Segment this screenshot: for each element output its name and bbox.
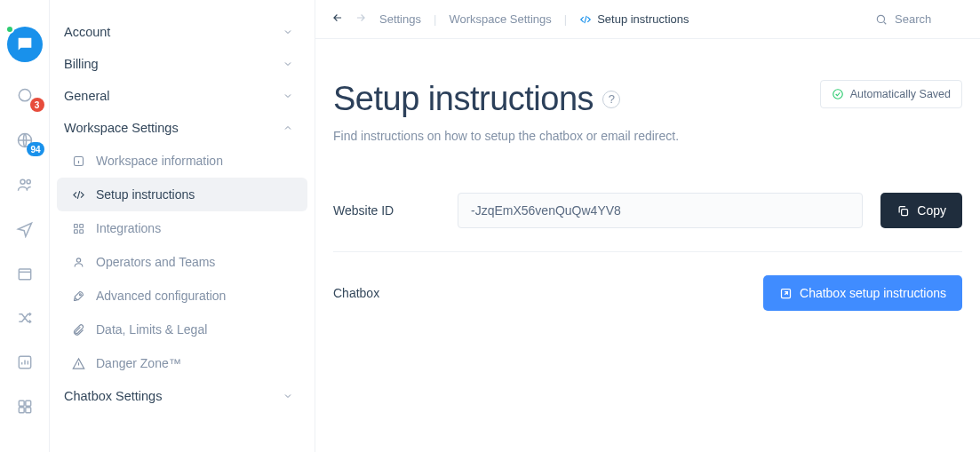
svg-point-3 — [27, 180, 30, 184]
send-icon — [16, 220, 34, 238]
chevron-down-icon — [283, 27, 293, 37]
copy-button[interactable]: Copy — [880, 193, 962, 228]
sidebar-section-workspace[interactable]: Workspace Settings — [50, 112, 315, 144]
sidebar-item-label: Data, Limits & Legal — [96, 322, 207, 337]
sidebar-section-general[interactable]: General — [50, 80, 315, 112]
sidebar-item-label: Workspace information — [96, 154, 223, 168]
chevron-down-icon — [283, 59, 293, 69]
search-input[interactable]: Search — [875, 12, 964, 26]
rail-campaigns[interactable] — [7, 218, 43, 240]
page-subtitle: Find instructions on how to setup the ch… — [333, 129, 679, 143]
rail-apps[interactable] — [7, 396, 43, 417]
sidebar-section-billing[interactable]: Billing — [50, 48, 315, 80]
chatbox-setup-button[interactable]: Chatbox setup instructions — [763, 275, 962, 311]
sidebar-item-workspace-info[interactable]: Workspace information — [57, 144, 307, 178]
saved-status: Automatically Saved — [820, 80, 962, 108]
arrow-right-icon — [355, 12, 367, 24]
sidebar-label: Billing — [64, 57, 99, 71]
breadcrumb-sep: | — [434, 12, 436, 26]
svg-rect-11 — [74, 224, 77, 227]
breadcrumb-current: Setup instructions — [579, 12, 689, 26]
rail-shuffle[interactable] — [7, 307, 43, 329]
rocket-icon — [71, 289, 85, 303]
sidebar-item-data-limits[interactable]: Data, Limits & Legal — [57, 313, 307, 346]
rail-analytics[interactable] — [7, 352, 43, 373]
page-title-text: Setup instructions — [333, 80, 594, 118]
svg-rect-19 — [902, 209, 908, 215]
app-logo[interactable] — [7, 27, 43, 62]
chat-bubble-icon — [15, 35, 35, 54]
breadcrumb-current-label: Setup instructions — [597, 12, 689, 26]
chevron-down-icon — [283, 91, 293, 101]
rail-contacts[interactable] — [7, 174, 43, 195]
svg-point-2 — [20, 179, 25, 184]
status-dot-icon — [5, 25, 14, 34]
sidebar-item-label: Danger Zone™ — [96, 356, 181, 370]
svg-point-18 — [833, 90, 842, 99]
sidebar-item-setup-instructions[interactable]: Setup instructions — [57, 178, 307, 211]
rail-inbox[interactable]: 3 — [7, 85, 43, 107]
paperclip-icon — [71, 323, 85, 337]
row-label: Chatbox — [333, 286, 458, 300]
website-id-input[interactable] — [458, 193, 863, 228]
svg-point-17 — [877, 15, 884, 22]
sidebar-item-label: Setup instructions — [96, 187, 195, 202]
sidebar-item-advanced[interactable]: Advanced configuration — [57, 279, 307, 313]
warning-icon — [71, 357, 85, 370]
svg-rect-7 — [25, 400, 30, 406]
breadcrumb-sep: | — [564, 12, 567, 26]
grid-icon — [16, 398, 34, 416]
info-icon — [71, 155, 85, 168]
rail-archive[interactable] — [7, 263, 43, 284]
check-circle-icon — [832, 88, 844, 100]
search-placeholder: Search — [895, 12, 931, 26]
page-title: Setup instructions ? — [333, 80, 679, 118]
svg-rect-9 — [25, 408, 30, 413]
sidebar-label: General — [64, 89, 110, 103]
sidebar-label: Workspace Settings — [64, 121, 179, 135]
code-icon — [579, 13, 592, 26]
chatbox-setup-label: Chatbox setup instructions — [800, 286, 946, 300]
sidebar-item-label: Advanced configuration — [96, 289, 226, 303]
breadcrumb-workspace[interactable]: Workspace Settings — [449, 12, 551, 26]
sidebar-label: Chatbox Settings — [64, 389, 162, 403]
sidebar-section-account[interactable]: Account — [50, 16, 315, 48]
external-link-icon — [779, 287, 793, 300]
chart-icon — [16, 353, 34, 371]
rail-globe[interactable]: 94 — [7, 130, 43, 151]
shuffle-icon — [16, 309, 34, 327]
sidebar-item-label: Integrations — [96, 221, 161, 235]
inbox-badge: 3 — [30, 98, 44, 112]
settings-sidebar: Account Billing General Workspace Settin… — [50, 0, 315, 452]
svg-rect-8 — [19, 408, 24, 413]
sidebar-label: Account — [64, 25, 110, 39]
sidebar-item-integrations[interactable]: Integrations — [57, 211, 307, 245]
row-chatbox: Chatbox Chatbox setup instructions — [333, 252, 962, 334]
nav-back-button[interactable] — [331, 12, 344, 27]
main-area: Settings | Workspace Settings | Setup in… — [315, 0, 980, 452]
svg-rect-14 — [79, 229, 83, 233]
chevron-down-icon — [283, 391, 293, 401]
svg-rect-13 — [74, 229, 77, 233]
user-icon — [71, 256, 85, 269]
sidebar-item-operators[interactable]: Operators and Teams — [57, 245, 307, 279]
sidebar-item-label: Operators and Teams — [96, 255, 215, 269]
saved-text: Automatically Saved — [850, 88, 951, 100]
people-icon — [16, 176, 34, 194]
svg-point-16 — [79, 293, 81, 295]
copy-icon — [896, 204, 910, 218]
svg-rect-4 — [19, 269, 30, 280]
svg-point-15 — [76, 258, 80, 261]
arrow-left-icon — [331, 12, 344, 24]
breadcrumb-settings[interactable]: Settings — [379, 12, 421, 26]
search-icon — [875, 13, 888, 26]
archive-icon — [16, 265, 34, 282]
sidebar-section-chatbox[interactable]: Chatbox Settings — [50, 380, 315, 412]
code-icon — [71, 188, 85, 202]
sidebar-item-danger-zone[interactable]: Danger Zone™ — [57, 346, 307, 380]
copy-label: Copy — [917, 203, 946, 218]
integrations-icon — [71, 222, 85, 235]
row-website-id: Website ID Copy — [333, 170, 962, 252]
nav-forward-button[interactable] — [355, 12, 367, 27]
help-button[interactable]: ? — [602, 91, 620, 108]
